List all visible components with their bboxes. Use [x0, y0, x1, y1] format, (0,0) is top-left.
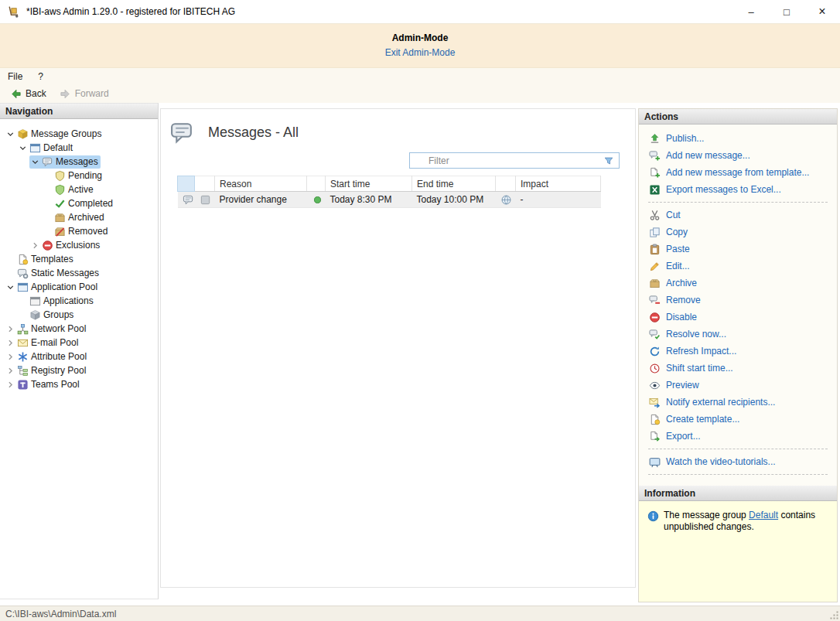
export-icon	[649, 431, 661, 442]
tree-item-pending[interactable]: Pending	[0, 169, 158, 183]
filter-box	[409, 152, 620, 169]
tree-item-e-mail-pool[interactable]: E-mail Pool	[0, 336, 158, 350]
completed-icon	[54, 198, 66, 210]
action-remove[interactable]: Remove	[639, 292, 837, 309]
column-header-reason[interactable]: Reason	[215, 176, 307, 192]
tree-item-message-groups[interactable]: Message Groups	[0, 127, 158, 141]
actions-overflow[interactable]: ...	[639, 479, 837, 486]
column-header-blank[interactable]	[195, 176, 215, 192]
filter-input[interactable]	[410, 153, 603, 168]
toolbar: Back Forward	[0, 84, 840, 103]
tree-expander	[5, 268, 16, 279]
tree-expander[interactable]	[5, 128, 16, 140]
action-notify-external-recipients[interactable]: Notify external recipients...	[639, 394, 837, 411]
action-cut[interactable]: Cut	[639, 206, 837, 223]
tree-item-label: Teams Pool	[31, 379, 80, 390]
column-header-start-time[interactable]: Start time	[326, 176, 412, 192]
action-watch-the-video-tutorials[interactable]: Watch the video-tutorials...	[639, 453, 837, 470]
tree-item-label: Pending	[68, 170, 102, 181]
close-button[interactable]: ×	[804, 0, 840, 23]
default-group-link[interactable]: Default	[749, 510, 778, 520]
action-label: Disable	[666, 312, 697, 322]
tree-item-templates[interactable]: Templates	[0, 252, 158, 266]
column-header-end-time[interactable]: End time	[412, 176, 496, 192]
default-icon	[29, 142, 41, 154]
tree-expander[interactable]	[5, 351, 16, 363]
action-add-new-message[interactable]: Add new message...	[639, 147, 837, 164]
exit-admin-mode-link[interactable]: Exit Admin-Mode	[385, 47, 456, 58]
filter-funnel-icon[interactable]	[603, 155, 614, 166]
right-panel: Actions Publish...Add new message...Add …	[638, 108, 838, 602]
tree-expander[interactable]	[17, 142, 29, 154]
tree-expander	[17, 295, 29, 307]
tree-expander[interactable]	[5, 281, 16, 293]
tree-item-registry-pool[interactable]: Registry Pool	[0, 363, 158, 377]
chevron-right-icon	[5, 366, 15, 376]
tree-item-exclusions[interactable]: Exclusions	[0, 238, 158, 252]
chevron-down-icon	[5, 129, 15, 139]
minimize-button[interactable]: –	[733, 0, 769, 23]
tree-expander	[42, 198, 53, 210]
titlebar: *IBI-aws Admin 1.29.0 - registered for I…	[0, 0, 840, 24]
menu-help[interactable]: ?	[30, 68, 51, 84]
message-groups-icon	[17, 128, 29, 140]
tree-expander[interactable]	[5, 379, 16, 391]
network-pool-icon	[17, 323, 29, 335]
actions-header: Actions	[639, 109, 837, 125]
action-label: Publish...	[666, 133, 704, 144]
action-label: Preview	[666, 380, 699, 391]
tree-item-teams-pool[interactable]: Teams Pool	[0, 377, 158, 391]
tree-item-label: Applications	[43, 295, 94, 306]
menu-file[interactable]: File	[0, 68, 30, 84]
action-paste[interactable]: Paste	[639, 241, 837, 258]
remove-icon	[649, 295, 661, 306]
action-label: Resolve now...	[666, 329, 726, 340]
action-resolve-now[interactable]: Resolve now...	[639, 326, 837, 343]
tree-item-network-pool[interactable]: Network Pool	[0, 322, 158, 336]
tree-expander[interactable]	[5, 365, 16, 377]
resize-grip-icon[interactable]	[829, 610, 838, 619]
action-label: Notify external recipients...	[666, 397, 775, 408]
main-content: Messages - All ReasonStart timeEnd timeI…	[160, 108, 636, 588]
action-copy[interactable]: Copy	[639, 223, 837, 241]
column-header-blank[interactable]	[307, 176, 326, 192]
action-publish[interactable]: Publish...	[639, 130, 837, 147]
tree-item-static-messages[interactable]: Static Messages	[0, 266, 158, 280]
tree-item-removed[interactable]: Removed	[0, 224, 158, 238]
action-refresh-impact[interactable]: Refresh Impact...	[639, 343, 837, 360]
tree-item-messages[interactable]: Messages	[0, 155, 158, 169]
tree-item-completed[interactable]: Completed	[0, 196, 158, 210]
column-header-impact[interactable]: Impact	[516, 176, 601, 192]
action-shift-start-time[interactable]: Shift start time...	[639, 360, 837, 377]
action-disable[interactable]: Disable	[639, 309, 837, 326]
action-preview[interactable]: Preview	[639, 377, 837, 394]
tree-item-groups[interactable]: Groups	[0, 308, 158, 322]
tree-expander[interactable]	[5, 323, 16, 335]
tree-item-default[interactable]: Default	[0, 141, 158, 155]
back-button[interactable]: Back	[7, 87, 50, 101]
tree-item-application-pool[interactable]: Application Pool	[0, 280, 158, 294]
column-header-blank[interactable]	[178, 176, 195, 192]
tree-expander[interactable]	[5, 337, 16, 349]
tree-item-active[interactable]: Active	[0, 183, 158, 196]
action-archive[interactable]: Archive	[639, 275, 837, 292]
tree-item-archived[interactable]: Archived	[0, 210, 158, 224]
tree-expander[interactable]	[29, 240, 41, 251]
forward-button[interactable]: Forward	[56, 87, 112, 101]
notify-external-recipients-icon	[649, 397, 661, 408]
action-edit[interactable]: Edit...	[639, 258, 837, 275]
edit-icon	[649, 261, 661, 272]
action-add-new-message-from-template[interactable]: Add new message from template...	[639, 164, 837, 181]
applications-icon	[29, 295, 41, 307]
maximize-button[interactable]: □	[769, 0, 804, 23]
action-export[interactable]: Export...	[639, 428, 837, 445]
tree-expander[interactable]	[29, 156, 41, 168]
column-header-blank[interactable]	[496, 176, 516, 192]
watch-the-video-tutorials-icon	[649, 456, 661, 468]
tree-item-applications[interactable]: Applications	[0, 294, 158, 308]
messages-icon	[42, 156, 53, 168]
table-row[interactable]: Provider changeToday 8:30 PMToday 10:00 …	[178, 192, 601, 208]
tree-item-attribute-pool[interactable]: Attribute Pool	[0, 350, 158, 363]
action-export-messages-to-excel[interactable]: Export messages to Excel...	[639, 181, 837, 198]
action-create-template[interactable]: Create template...	[639, 411, 837, 428]
